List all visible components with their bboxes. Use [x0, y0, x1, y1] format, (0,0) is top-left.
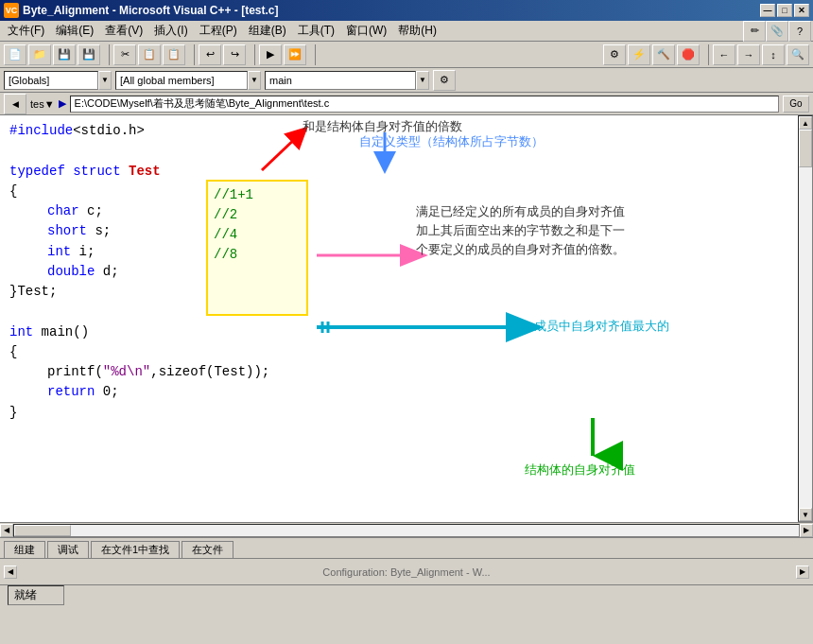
horizontal-scroll-track[interactable] [13, 524, 800, 537]
horizontal-scrollbar-area: ◀ ▶ [0, 522, 813, 537]
bottom-tabs: 组建 调试 在文件1中查找 在文件 [0, 537, 813, 558]
path-separator: ▶ [59, 97, 66, 110]
code-area[interactable]: #include<stdio.h> typedef struct Test { … [0, 115, 798, 522]
menu-view[interactable]: 查看(V) [99, 21, 148, 41]
title-bar: VC Byte_Alignment - Microsoft Visual C++… [0, 0, 813, 21]
go-button[interactable]: Go [783, 96, 809, 113]
new-file-button[interactable]: 📄 [4, 44, 26, 65]
scroll-down-button[interactable]: ▼ [799, 508, 812, 521]
annotation-member-1: 满足已经定义的所有成员的自身对齐值 [416, 202, 625, 221]
output-bar: ◀ Configuration: Byte_Alignment - W... ▶ [0, 558, 813, 584]
editor-wrapper: #include<stdio.h> typedef struct Test { … [0, 115, 813, 522]
scroll-thumb[interactable] [799, 130, 812, 167]
menu-build[interactable]: 组建(B) [243, 21, 292, 41]
code-line-14: return 0; [9, 382, 788, 402]
scroll-left-button[interactable]: ◀ [0, 524, 13, 537]
separator1 [104, 44, 110, 65]
code-line-4: { [9, 182, 788, 201]
menu-bar: 文件(F) 编辑(E) 查看(V) 插入(I) 工程(P) 组建(B) 工具(T… [0, 21, 813, 42]
scroll-right-button[interactable]: ▶ [800, 524, 813, 537]
menu-tools[interactable]: 工具(T) [292, 21, 340, 41]
cut-button[interactable]: ✂ [113, 44, 136, 65]
members-dropdown[interactable]: [All global members] [115, 71, 248, 90]
main-dropdown[interactable]: main [265, 71, 416, 90]
menu-file[interactable]: 文件(F) [2, 21, 50, 41]
code-line-6: short s; [9, 221, 788, 241]
code-line-3: typedef struct Test [9, 162, 788, 182]
status-text: 就绪 [8, 585, 64, 605]
menu-insert[interactable]: 插入(I) [148, 21, 193, 41]
separator5 [703, 44, 709, 65]
menu-window[interactable]: 窗口(W) [340, 21, 392, 41]
code-line-7: int i; [9, 242, 788, 262]
code-line-8: double d; [9, 262, 788, 282]
nav-btn2[interactable]: → [737, 44, 760, 65]
code-line-9: }Test; [9, 282, 788, 302]
code-line-5: char c; [9, 201, 788, 221]
annotation-member-2: 加上其后面空出来的字节数之和是下一 [416, 221, 625, 240]
horizontal-scroll-thumb[interactable] [14, 525, 71, 536]
app-icon: VC [4, 3, 19, 18]
toolbar-extra-btn2[interactable]: 📎 [766, 21, 788, 42]
undo-button[interactable]: ↩ [199, 44, 221, 65]
code-line-13: printf("%d\n",sizeof(Test)); [9, 362, 788, 382]
vertical-scrollbar[interactable]: ▲ ▼ [798, 115, 813, 522]
nav-btn4[interactable]: 🔍 [787, 44, 809, 65]
tab-build[interactable]: 组建 [4, 541, 45, 558]
scroll-track[interactable] [799, 130, 812, 508]
window-controls[interactable]: — □ ✕ [760, 4, 809, 17]
back-button[interactable]: ◀ [4, 94, 26, 114]
build-btn2[interactable]: ⚡ [628, 44, 650, 65]
globals-dropdown-arrow[interactable]: ▼ [98, 71, 112, 90]
status-bar: 就绪 [0, 584, 813, 605]
members-dropdown-arrow[interactable]: ▼ [248, 71, 261, 90]
tab-find2[interactable]: 在文件 [182, 541, 234, 558]
copy-button[interactable]: 📋 [138, 44, 161, 65]
output-scroll-left[interactable]: ◀ [4, 566, 17, 579]
code-line-11: int main() [9, 322, 788, 342]
menu-edit[interactable]: 编辑(E) [50, 21, 99, 41]
tab-debug[interactable]: 调试 [47, 541, 89, 558]
comment-box-content: //1+1 //2 //4 //8 [208, 182, 306, 269]
annotation-typedef: 自定义类型（结构体所占字节数） [359, 132, 544, 151]
scroll-up-button[interactable]: ▲ [799, 116, 812, 130]
separator2 [189, 44, 195, 65]
annotation-member-3: 个要定义的成员的自身对齐值的倍数。 [416, 240, 625, 259]
editor-container: #include<stdio.h> typedef struct Test { … [0, 115, 813, 522]
window-title: Byte_Alignment - Microsoft Visual C++ - … [23, 4, 760, 17]
code-line-15: } [9, 403, 788, 423]
filter-button[interactable]: ⚙ [433, 70, 456, 91]
build-btn1[interactable]: ⚙ [603, 44, 626, 65]
save-button[interactable]: 💾 [53, 44, 76, 65]
toolbar-extra-btn1[interactable]: ✏ [743, 21, 766, 42]
output-text: Configuration: Byte_Alignment - W... [17, 566, 796, 578]
annotation-double: 成员中自身对齐值最大的 [534, 317, 669, 336]
address-bar: ◀ tes▼ ▶ E:\CODE\Myself\着书及思考随笔\Byte_Ali… [0, 93, 813, 115]
paste-button[interactable]: 📋 [163, 44, 185, 65]
save-all-button[interactable]: 💾 [78, 44, 100, 65]
maximize-button[interactable]: □ [777, 4, 792, 17]
nav-btn1[interactable]: ← [713, 44, 735, 65]
tab-find1[interactable]: 在文件1中查找 [91, 541, 180, 558]
menu-help[interactable]: 帮助(H) [392, 21, 442, 41]
redo-button[interactable]: ↪ [223, 44, 246, 65]
code-line-12: { [9, 342, 788, 362]
code-line-10 [9, 302, 788, 322]
output-scroll-right[interactable]: ▶ [796, 566, 809, 579]
build-btn4[interactable]: 🛑 [677, 44, 700, 65]
open-button[interactable]: 📁 [28, 44, 51, 65]
main-dropdown-arrow[interactable]: ▼ [416, 71, 429, 90]
separator3 [250, 44, 255, 65]
comment-line-3: //4 [214, 225, 301, 245]
nav-btn3[interactable]: ↕ [762, 44, 785, 65]
build-btn3[interactable]: 🔨 [652, 44, 675, 65]
globals-dropdown[interactable]: [Globals] [4, 71, 98, 90]
debug-btn1[interactable]: ▶ [259, 44, 282, 65]
toolbar-extra-btn3[interactable]: ? [788, 21, 811, 42]
menu-project[interactable]: 工程(P) [194, 21, 243, 41]
debug-btn2[interactable]: ⏩ [284, 44, 306, 65]
minimize-button[interactable]: — [760, 4, 775, 17]
file-path[interactable]: E:\CODE\Myself\着书及思考随笔\Byte_Alignment\te… [70, 96, 779, 113]
file-prefix[interactable]: tes▼ [30, 98, 55, 110]
close-button[interactable]: ✕ [794, 4, 809, 17]
